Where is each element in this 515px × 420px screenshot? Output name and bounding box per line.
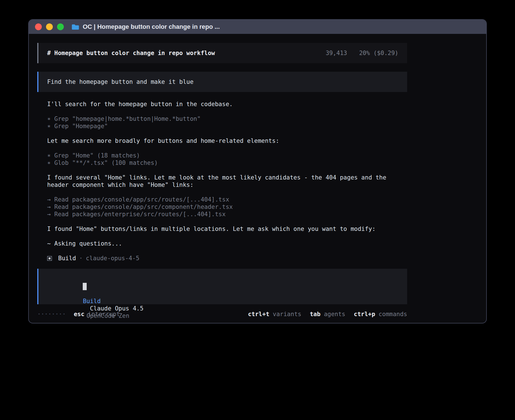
session-stats: 39,413 20% ($0.29) [326, 49, 398, 57]
text-cursor [83, 283, 87, 290]
variants-key-hint: ctrl+t [248, 310, 269, 318]
session-title: # Homepage button color change in repo w… [47, 49, 215, 57]
commands-key-label: commands [379, 310, 407, 318]
agent-model: claude-opus-4-5 [86, 255, 139, 262]
close-button[interactable] [35, 23, 42, 30]
maximize-button[interactable] [57, 23, 64, 30]
tool-call-grep: ∗ Grep "homepage|home.*button|Home.*butt… [47, 115, 407, 123]
prompt-input[interactable]: Build Claude Opus 4.5 OpenCode Zen [37, 269, 407, 304]
assistant-text: header component which have "Home" links… [47, 181, 407, 189]
assistant-paragraph: I found "Home" buttons/links in multiple… [47, 225, 407, 233]
assistant-paragraph: I'll search for the homepage button in t… [47, 100, 407, 108]
agents-key-hint: tab [310, 310, 320, 318]
tool-call-glob: ∗ Glob "**/*.tsx" (100 matches) [47, 159, 407, 167]
terminal-content: # Homepage button color change in repo w… [29, 34, 486, 318]
tool-call-grep: ∗ Grep "Homepage" [47, 123, 407, 130]
traffic-lights [35, 23, 64, 30]
spinner-dots: ········ [37, 310, 66, 318]
commands-key-hint: ctrl+p [354, 310, 375, 318]
user-message: Find the homepage button and make it blu… [37, 72, 407, 92]
tool-call-read: → Read packages/enterprise/src/routes/[.… [47, 211, 407, 218]
assistant-paragraph: Let me search more broadly for buttons a… [47, 137, 407, 145]
tool-call-group: → Read packages/console/app/src/routes/[… [47, 196, 407, 218]
window-title: OC | Homepage button color change in rep… [83, 23, 220, 30]
asking-questions-status: ~ Asking questions... [47, 240, 407, 247]
tool-call-group: ∗ Grep "homepage|home.*button|Home.*butt… [47, 115, 407, 130]
assistant-text: I'll search for the homepage button in t… [47, 100, 407, 108]
terminal-window: OC | Homepage button color change in rep… [28, 19, 487, 323]
minimize-button[interactable] [46, 23, 53, 30]
assistant-text: I found "Home" buttons/links in multiple… [47, 225, 407, 233]
tool-call-read: → Read packages/console/app/src/componen… [47, 203, 407, 211]
esc-key-hint: esc [74, 310, 84, 318]
conversation: I'll search for the homepage button in t… [37, 100, 407, 262]
context-usage: 20% ($0.29) [359, 50, 398, 56]
agents-key-label: agents [324, 310, 345, 318]
assistant-text: Let me search more broadly for buttons a… [47, 137, 407, 145]
shortcut-hints: ctrl+t variants tab agents ctrl+p comman… [248, 310, 407, 318]
tool-call-group: ∗ Grep "Home" (18 matches) ∗ Glob "**/*.… [47, 152, 407, 167]
agent-icon [47, 256, 52, 261]
assistant-paragraph: ~ Asking questions... [47, 240, 407, 247]
session-header: # Homepage button color change in repo w… [37, 43, 407, 63]
agent-name: Build [58, 255, 76, 262]
mode-label[interactable]: Build [83, 298, 101, 305]
tool-call-read: → Read packages/console/app/src/routes/[… [47, 196, 407, 203]
assistant-text: I found several "Home" links. Let me loo… [47, 174, 407, 181]
folder-icon [71, 24, 79, 30]
titlebar[interactable]: OC | Homepage button color change in rep… [29, 20, 486, 34]
tool-call-grep: ∗ Grep "Home" (18 matches) [47, 152, 407, 159]
assistant-paragraph: I found several "Home" links. Let me loo… [47, 174, 407, 189]
user-message-text: Find the homepage button and make it blu… [47, 78, 193, 85]
separator-dot: · [79, 255, 83, 262]
status-bar: ········ esc interrupt ctrl+t variants t… [37, 310, 407, 318]
token-count: 39,413 [326, 50, 347, 56]
esc-key-label: interrupt [88, 310, 120, 318]
variants-key-label: variants [273, 310, 301, 318]
agent-status-row: Build · claude-opus-4-5 [47, 255, 407, 262]
